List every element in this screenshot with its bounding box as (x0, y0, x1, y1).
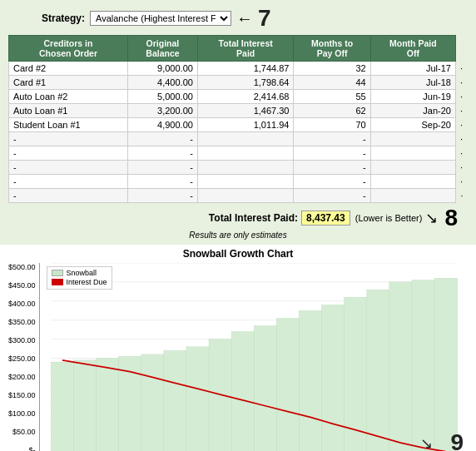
table-row: - - - · (9, 175, 468, 189)
arrow-down-8-icon: ↘ (425, 209, 438, 227)
cell-month-off (370, 161, 455, 175)
cell-months: - (294, 161, 370, 175)
cell-month-off: Jun-19 (370, 90, 455, 104)
cell-dot: · (455, 62, 467, 76)
cell-interest: 2,414.68 (197, 90, 294, 104)
svg-rect-23 (321, 305, 345, 451)
svg-rect-16 (163, 350, 186, 451)
svg-rect-26 (389, 282, 412, 451)
chart-svg (40, 263, 468, 451)
cell-interest (197, 146, 294, 161)
svg-rect-25 (366, 290, 389, 451)
interest-legend-label: Interest Due (67, 278, 107, 286)
cell-month-off: Jan-20 (370, 104, 455, 118)
cell-creditor: - (9, 189, 128, 203)
svg-rect-13 (96, 359, 119, 452)
svg-rect-20 (254, 326, 277, 451)
col-header-creditor: Creditors inChosen Order (9, 36, 128, 62)
svg-rect-22 (299, 310, 322, 451)
cell-months: 55 (294, 90, 370, 104)
table-row: Student Loan #1 4,900.00 1,011.94 70 Sep… (9, 118, 468, 132)
cell-dot: · (455, 146, 467, 161)
dot-col-header (455, 36, 467, 62)
cell-balance: 3,200.00 (128, 104, 198, 118)
cell-interest (197, 132, 294, 146)
y-axis-label: $150.00 (8, 391, 36, 399)
y-axis-label: $500.00 (8, 263, 36, 271)
cell-creditor: - (9, 175, 128, 189)
cell-interest: 1,467.30 (197, 104, 294, 118)
cell-balance: 5,000.00 (128, 90, 198, 104)
total-interest-value: 8,437.43 (301, 211, 350, 226)
snowball-color-swatch (52, 270, 63, 276)
table-row: Auto Loan #2 5,000.00 2,414.68 55 Jun-19… (9, 90, 468, 104)
num8-label: 8 (444, 206, 458, 230)
strategy-select[interactable]: Avalanche (Highest Interest First)Snowba… (90, 11, 231, 26)
table-row: Auto Loan #1 3,200.00 1,467.30 62 Jan-20… (9, 104, 468, 118)
col-header-interest: Total InterestPaid (197, 36, 294, 62)
chart-inner: Snowball Interest Due (39, 263, 468, 451)
cell-creditor: Auto Loan #2 (9, 90, 128, 104)
total-interest-label: Total Interest Paid: (209, 212, 298, 224)
table-row: - - - · (9, 132, 468, 146)
y-axis-label: $200.00 (8, 373, 36, 381)
legend-interest: Interest Due (52, 278, 107, 286)
arrow-9-icon: ↘ (420, 434, 433, 451)
svg-rect-12 (73, 360, 97, 451)
num7-label: 7 (258, 7, 271, 30)
cell-dot: · (455, 175, 467, 189)
cell-creditor: Auto Loan #1 (9, 104, 128, 118)
y-axis: $500.00$450.00$400.00$350.00$300.00$250.… (8, 263, 39, 451)
snowball-legend-label: Snowball (67, 269, 97, 277)
cell-month-off: Jul-17 (370, 62, 455, 76)
cell-balance: - (128, 189, 198, 203)
chart-title: Snowball Growth Chart (8, 248, 468, 260)
cell-month-off (370, 146, 455, 161)
cell-creditor: Student Loan #1 (9, 118, 128, 132)
cell-creditor: Card #1 (9, 76, 128, 90)
cell-months: 70 (294, 118, 370, 132)
svg-rect-27 (412, 280, 435, 451)
cell-balance: - (128, 132, 198, 146)
cell-month-off (370, 132, 455, 146)
svg-rect-15 (141, 354, 164, 451)
total-note: (Lower is Better) (355, 213, 423, 223)
cell-interest (197, 161, 294, 175)
y-axis-label: $100.00 (8, 409, 36, 418)
cell-interest (197, 175, 294, 189)
chart-section: Snowball Growth Chart $500.00$450.00$400… (0, 245, 476, 451)
estimates-note: Results are only estimates (8, 230, 468, 240)
cell-balance: 4,900.00 (128, 118, 198, 132)
strategy-label: Strategy: (42, 12, 85, 24)
cell-dot: · (455, 118, 467, 132)
col-header-balance: OriginalBalance (128, 36, 198, 62)
cell-interest: 1,744.87 (197, 62, 294, 76)
cell-dot: · (455, 104, 467, 118)
y-axis-label: $350.00 (8, 318, 36, 326)
table-row: Card #2 9,000.00 1,744.87 32 Jul-17 · (9, 62, 468, 76)
cell-dot: · (455, 161, 467, 175)
cell-months: 44 (294, 76, 370, 90)
table-row: - - - · (9, 146, 468, 161)
cell-creditor: Card #2 (9, 62, 128, 76)
cell-creditor: - (9, 161, 128, 175)
creditors-table: Creditors inChosen Order OriginalBalance… (8, 35, 468, 203)
cell-dot: · (455, 76, 467, 90)
y-axis-label: $300.00 (8, 336, 36, 344)
cell-balance: - (128, 175, 198, 189)
svg-rect-17 (186, 347, 209, 451)
svg-rect-28 (434, 278, 458, 451)
cell-months: - (294, 175, 370, 189)
legend-snowball: Snowball (52, 269, 107, 277)
table-row: Card #1 4,400.00 1,798.64 44 Jul-18 · (9, 76, 468, 90)
cell-months: - (294, 132, 370, 146)
cell-months: 32 (294, 62, 370, 76)
cell-dot: · (455, 132, 467, 146)
interest-color-swatch (52, 279, 63, 285)
svg-rect-19 (231, 331, 255, 451)
svg-rect-11 (51, 362, 74, 451)
y-axis-label: $50.00 (12, 428, 36, 436)
y-axis-label: $250.00 (8, 354, 36, 363)
svg-rect-21 (276, 318, 300, 451)
cell-balance: 4,400.00 (128, 76, 198, 90)
